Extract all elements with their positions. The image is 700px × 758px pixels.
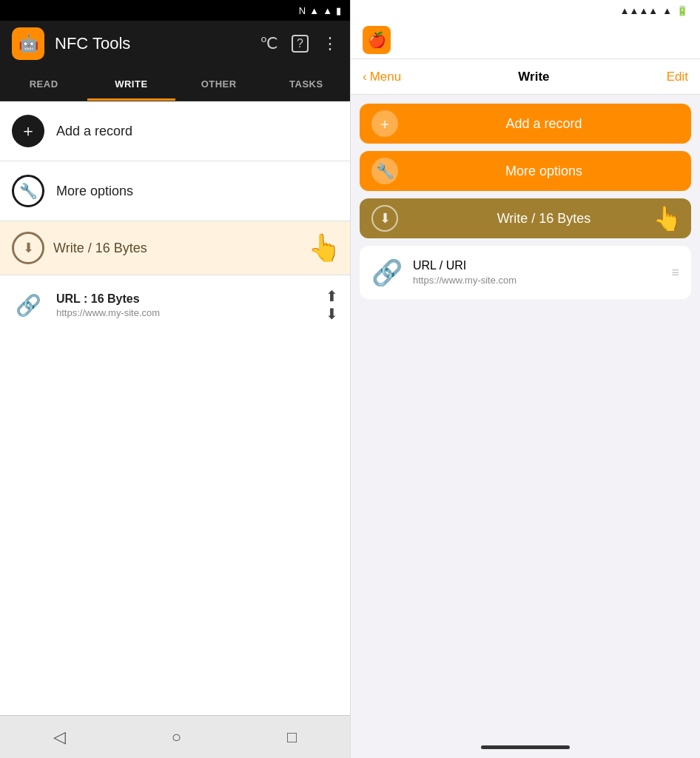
add-record-item[interactable]: ＋ Add a record	[0, 101, 350, 161]
signal-status-icon: ▲	[323, 5, 332, 16]
finger-cursor-icon: 👆	[308, 232, 341, 264]
android-status-icons: N ▲ ▲ ▮	[299, 5, 341, 16]
nfc-toolbar-icon[interactable]: ℃	[260, 34, 278, 53]
sort-icon[interactable]: ⬆⬇	[326, 287, 338, 323]
add-record-label: Add a record	[56, 124, 338, 139]
ios-write-button[interactable]: ⬇ Write / 16 Bytes 👆	[360, 198, 691, 238]
ios-signal-icon: ▲▲▲▲	[620, 5, 658, 16]
ios-back-button[interactable]: ‹ Menu	[363, 70, 401, 84]
question-toolbar-icon[interactable]: ?	[292, 35, 309, 53]
android-app-icon: 🤖	[12, 27, 44, 60]
url-link-icon: 🔗	[12, 289, 44, 321]
android-content: ＋ Add a record 🔧 More options ⬇ Write / …	[0, 101, 350, 715]
tab-other[interactable]: OTHER	[175, 67, 263, 101]
android-status-bar: N ▲ ▲ ▮	[0, 0, 350, 21]
write-button-row[interactable]: ⬇ Write / 16 Bytes 👆	[0, 221, 350, 275]
ios-add-record-button[interactable]: ＋ Add a record	[360, 104, 691, 144]
android-panel: N ▲ ▲ ▮ 🤖 NFC Tools ℃ ? ⋮ READ WRITE OTH…	[0, 0, 350, 758]
more-options-item[interactable]: 🔧 More options	[0, 161, 350, 221]
ios-drag-handle-icon: ≡	[671, 265, 679, 281]
android-tabs: READ WRITE OTHER TASKS	[0, 67, 350, 101]
ios-home-indicator	[351, 736, 700, 758]
ios-finger-cursor-icon: 👆	[653, 204, 682, 232]
ios-chevron-icon: ‹	[363, 70, 367, 84]
add-record-icon: ＋	[12, 115, 44, 147]
ios-status-bar: ▲▲▲▲ ▲ 🔋	[351, 0, 700, 21]
tab-read[interactable]: READ	[0, 67, 87, 101]
ios-nav-bar: ‹ Menu Write Edit	[351, 59, 700, 95]
battery-status-icon: ▮	[336, 5, 341, 16]
nfc-status-icon: N	[299, 5, 306, 16]
url-record-title: URL : 16 Bytes	[56, 292, 314, 306]
ios-add-icon: ＋	[371, 110, 398, 137]
ios-write-label: Write / 16 Bytes	[408, 211, 679, 227]
ios-nav-title: Write	[401, 70, 667, 84]
ios-content: ＋ Add a record 🔧 More options ⬇ Write / …	[351, 95, 700, 736]
ios-wifi-icon: ▲	[662, 5, 672, 16]
url-record-item[interactable]: 🔗 URL : 16 Bytes https://www.my-site.com…	[0, 275, 350, 335]
ios-app-bar: 🍎	[351, 21, 700, 59]
ios-url-card[interactable]: 🔗 URL / URI https://www.my-site.com ≡	[360, 246, 691, 299]
url-text-block: URL : 16 Bytes https://www.my-site.com	[56, 292, 314, 318]
ios-url-title: URL / URI	[413, 259, 661, 272]
android-toolbar-icons: ℃ ? ⋮	[260, 34, 338, 53]
write-label: Write / 16 Bytes	[53, 241, 338, 256]
android-bottom-nav: ◁ ○ □	[0, 715, 350, 758]
android-toolbar: 🤖 NFC Tools ℃ ? ⋮	[0, 21, 350, 67]
home-nav-button[interactable]: ○	[172, 728, 181, 747]
ios-app-icon: 🍎	[363, 26, 391, 54]
ios-url-link-icon: 🔗	[371, 258, 403, 287]
ios-write-icon: ⬇	[371, 205, 398, 232]
more-options-label: More options	[56, 184, 338, 199]
android-app-title: NFC Tools	[55, 34, 249, 53]
tab-tasks[interactable]: TASKS	[263, 67, 350, 101]
ios-panel: ▲▲▲▲ ▲ 🔋 🍎 ‹ Menu Write Edit ＋ Add a rec…	[350, 0, 700, 758]
more-toolbar-icon[interactable]: ⋮	[322, 34, 338, 53]
tab-write[interactable]: WRITE	[87, 67, 175, 101]
back-nav-button[interactable]: ◁	[53, 728, 66, 747]
ios-more-options-label: More options	[408, 164, 679, 179]
ios-home-bar	[481, 745, 570, 749]
ios-url-text: URL / URI https://www.my-site.com	[413, 259, 661, 286]
recents-nav-button[interactable]: □	[287, 728, 297, 747]
ios-url-subtitle: https://www.my-site.com	[413, 275, 661, 286]
ios-back-label: Menu	[370, 70, 402, 84]
ios-edit-button[interactable]: Edit	[667, 70, 688, 84]
more-options-icon: 🔧	[12, 175, 44, 207]
wifi-status-icon: ▲	[309, 5, 319, 16]
ios-battery-icon: 🔋	[676, 5, 688, 16]
ios-wrench-icon: 🔧	[371, 158, 398, 184]
ios-add-record-label: Add a record	[408, 116, 679, 132]
write-icon: ⬇	[12, 232, 44, 264]
ios-more-options-button[interactable]: 🔧 More options	[360, 151, 691, 191]
url-record-subtitle: https://www.my-site.com	[56, 307, 314, 318]
